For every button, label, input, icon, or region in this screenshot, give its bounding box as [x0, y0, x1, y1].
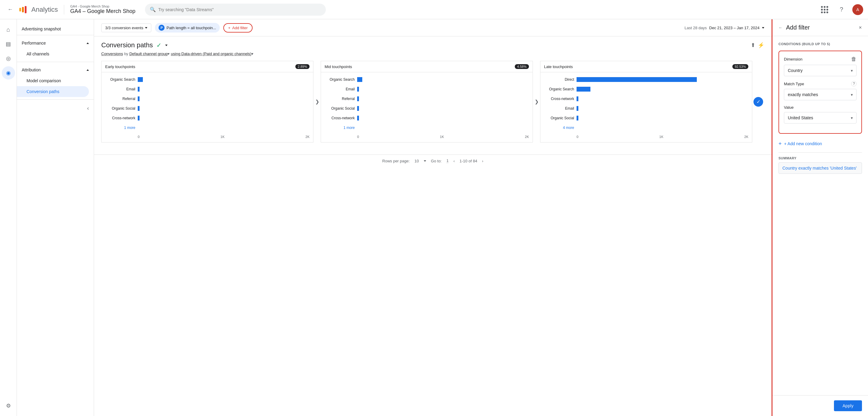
table-row: Email: [105, 86, 310, 93]
mid-touchpoints-title: Mid touchpoints: [324, 64, 352, 69]
funnel-done: ✓: [752, 61, 764, 142]
search-input[interactable]: [158, 7, 321, 12]
sidebar-attribution-header[interactable]: Attribution: [17, 64, 94, 75]
help-icon: ?: [840, 6, 843, 13]
page-range: 1-10 of 84: [460, 159, 477, 163]
pagination-bar: Rows per page: 10 Go to: 1 ‹ 1-10 of 84 …: [94, 155, 772, 167]
x-axis-mid: 0 1K 2K: [324, 134, 529, 138]
conversion-events-button[interactable]: 3/3 conversion events: [101, 24, 151, 32]
analytics-logo: [19, 6, 27, 13]
match-type-help-button[interactable]: ?: [851, 81, 857, 87]
next-button[interactable]: ›: [482, 159, 483, 163]
app-name: Analytics: [31, 6, 58, 13]
add-condition-plus-icon: +: [778, 141, 782, 147]
user-avatar[interactable]: A: [852, 4, 863, 15]
dimension-select[interactable]: Country City Device category Browser Lan…: [784, 65, 857, 76]
x-label-0: 0: [138, 135, 140, 138]
sidebar-collapse-button[interactable]: ‹: [17, 102, 94, 115]
all-channels-label: All channels: [27, 52, 50, 56]
x-label-0: 0: [577, 135, 578, 138]
funnel-stage-late-header: Late touchpoints 92.53%: [540, 61, 752, 72]
add-filter-button[interactable]: + Add filter: [223, 23, 253, 33]
conversions-link[interactable]: Conversions: [101, 52, 123, 56]
search-icon: 🔍: [150, 7, 156, 12]
late-touchpoints-badge: 92.53%: [733, 64, 748, 69]
filter-close-button[interactable]: ✕: [859, 25, 862, 30]
table-row: Cross-network: [544, 95, 748, 102]
table-row: Organic Search: [544, 86, 748, 93]
avatar-initials: A: [856, 7, 859, 12]
apps-button[interactable]: [818, 4, 831, 16]
search-bar[interactable]: 🔍: [145, 4, 326, 16]
table-row: Direct: [544, 76, 748, 83]
bar-label: Cross-network: [544, 97, 574, 101]
x-axis-early: 0 1K 2K: [105, 134, 310, 138]
bar-label: Organic Search: [105, 77, 135, 82]
sidebar-performance-header[interactable]: Performance: [17, 38, 94, 49]
insight-icon[interactable]: ⚡: [758, 42, 764, 49]
channel-group-dropdown[interactable]: Default channel group: [129, 52, 167, 56]
early-bar-chart: Organic Search Email Referral Organ: [101, 72, 313, 142]
date-range-value: Dec 21, 2023 – Jan 17, 2024: [709, 26, 760, 30]
nav-reports-button[interactable]: ▤: [2, 37, 15, 51]
go-to-value[interactable]: 1: [446, 158, 448, 163]
explore-icon: ◎: [6, 55, 11, 62]
bar-fill: [357, 77, 362, 82]
x-label-0: 0: [357, 135, 359, 138]
delete-condition-button[interactable]: 🗑: [851, 56, 857, 62]
mid-bar-chart: Organic Search Email Referral Organ: [321, 72, 532, 142]
filter-panel: ← Add filter ✕ CONDITIONS (BUILD UP TO 5…: [772, 19, 868, 416]
apply-button[interactable]: Apply: [834, 400, 862, 411]
bar-label: Cross-network: [324, 116, 355, 120]
sidebar-bottom-divider: [17, 99, 94, 100]
nav-explore-button[interactable]: ◎: [2, 52, 15, 65]
bar-fill: [138, 96, 140, 101]
bar-label: Organic Social: [105, 106, 135, 110]
add-new-condition-button[interactable]: + + Add new condition: [778, 138, 822, 149]
rows-per-page-value[interactable]: 10: [414, 159, 418, 163]
rows-per-page-chevron[interactable]: [424, 160, 426, 162]
nav-settings-button[interactable]: ⚙: [2, 399, 15, 412]
bar-label: Email: [544, 106, 574, 110]
x-label-1k: 1K: [659, 135, 663, 138]
filter-back-button[interactable]: ←: [778, 25, 782, 30]
bar-container: [138, 116, 310, 121]
bar-fill: [138, 116, 140, 121]
value-select[interactable]: United States United Kingdom India Canad…: [784, 112, 857, 124]
bar-label: Email: [324, 87, 355, 91]
match-type-select[interactable]: exactly matches contains begins with end…: [784, 89, 857, 100]
mid-touchpoints-badge: 4.58%: [515, 64, 529, 69]
back-button[interactable]: ←: [5, 4, 16, 15]
add-filter-icon: +: [228, 26, 230, 30]
sidebar-item-model-comparison[interactable]: Model comparison: [17, 75, 94, 86]
x-label-1k: 1K: [221, 135, 224, 138]
match-type-label: Match Type: [784, 82, 804, 86]
late-bar-chart: Direct Organic Search Cross-network: [540, 72, 752, 142]
filter-panel-body: CONDITIONS (BUILD UP TO 5) Dimension 🗑 C…: [772, 36, 868, 395]
share-icon[interactable]: ⬆: [751, 42, 755, 49]
bar-label: Referral: [324, 97, 355, 101]
title-chevron-down[interactable]: [165, 44, 167, 46]
value-label: Value: [784, 105, 794, 110]
filter-panel-footer: Apply: [772, 395, 868, 416]
add-filter-label: Add filter: [232, 26, 248, 30]
bar-container: [577, 125, 748, 130]
bar-fill: [357, 96, 359, 101]
left-nav: ⌂ ▤ ◎ ◉ ⚙: [0, 19, 17, 416]
help-button[interactable]: ?: [835, 4, 847, 16]
bar-fill: [357, 106, 359, 111]
nav-home-button[interactable]: ⌂: [2, 23, 15, 36]
path-length-chip[interactable]: P Path length = all touchpoin...: [155, 23, 219, 33]
nav-advertising-button[interactable]: ◉: [2, 66, 15, 79]
model-dropdown[interactable]: using Data-driven (Paid and organic chan…: [171, 52, 251, 56]
date-range-selector[interactable]: Last 28 days Dec 21, 2023 – Jan 17, 2024: [684, 26, 764, 30]
funnel-stage-early-header: Early touchpoints 2.89%: [101, 61, 313, 72]
sidebar-advertising-title[interactable]: Advertising snapshot: [17, 24, 94, 33]
prev-button[interactable]: ‹: [453, 159, 455, 163]
back-icon: ←: [7, 6, 13, 13]
green-check-icon[interactable]: ✓: [156, 41, 161, 49]
sidebar-item-all-channels[interactable]: All channels: [17, 49, 94, 59]
date-range-chevron: [762, 27, 764, 29]
table-row: 1 more: [324, 124, 529, 131]
sidebar-item-conversion-paths[interactable]: Conversion paths: [17, 86, 89, 97]
